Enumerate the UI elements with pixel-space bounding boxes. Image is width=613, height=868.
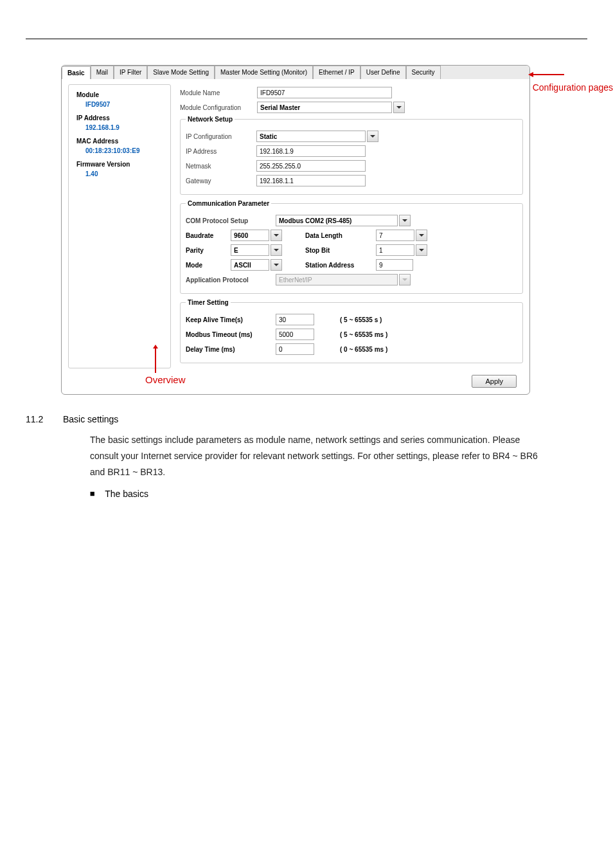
parity-select[interactable] — [231, 244, 269, 256]
baudrate-dropdown[interactable] — [271, 230, 282, 241]
tab-slave-mode[interactable]: Slave Mode Setting — [147, 66, 215, 79]
overview-sidebar: Module IFD9507 IP Address 192.168.1.9 MA… — [68, 84, 171, 368]
ip-address-input[interactable] — [256, 145, 366, 157]
delay-time-input[interactable] — [276, 343, 314, 355]
parity-label: Parity — [186, 247, 231, 254]
chevron-down-icon — [274, 264, 279, 266]
com-protocol-label: COM Protocol Setup — [186, 217, 276, 224]
ip-config-dropdown[interactable] — [367, 131, 378, 142]
module-config-label: Module Configuration — [180, 104, 257, 111]
com-protocol-dropdown[interactable] — [399, 215, 411, 226]
data-length-select[interactable] — [376, 230, 414, 241]
modbus-timeout-input[interactable] — [276, 329, 314, 340]
timer-legend: Timer Setting — [186, 299, 231, 306]
overview-ip-label: IP Address — [76, 114, 163, 122]
mode-select[interactable] — [231, 259, 269, 271]
application-protocol-label: Application Protocol — [186, 276, 276, 284]
keep-alive-input[interactable] — [276, 314, 314, 325]
basic-settings-window: Configuration pages Basic Mail IP Filter… — [61, 65, 530, 395]
data-length-dropdown[interactable] — [416, 230, 427, 241]
parity-dropdown[interactable] — [271, 244, 282, 256]
com-protocol-select[interactable] — [276, 215, 398, 226]
tab-master-mode[interactable]: Master Mode Setting (Monitor) — [215, 66, 313, 79]
tab-user-define[interactable]: User Define — [360, 66, 406, 79]
keep-alive-label: Keep Alive Time(s) — [186, 316, 276, 323]
application-protocol-dropdown — [399, 274, 411, 285]
chevron-down-icon — [274, 234, 279, 237]
comm-legend: Communication Parameter — [186, 200, 271, 207]
overview-mac-label: MAC Address — [76, 138, 163, 145]
delay-time-range: ( 0 ~ 65535 ms ) — [340, 346, 387, 353]
mode-dropdown[interactable] — [271, 259, 282, 271]
modbus-timeout-label: Modbus Timeout (ms) — [186, 331, 276, 338]
bullet-basics: The basics — [105, 489, 148, 499]
mode-label: Mode — [186, 262, 231, 269]
data-length-label: Data Length — [305, 232, 376, 239]
network-legend: Network Setup — [186, 116, 235, 123]
stop-bit-dropdown[interactable] — [416, 244, 427, 256]
chevron-down-icon — [419, 234, 424, 237]
tab-security[interactable]: Security — [406, 66, 441, 79]
tab-ethernet-ip[interactable]: Ethernet / IP — [313, 66, 360, 79]
annotation-arrow-overview — [155, 348, 156, 373]
chevron-down-icon — [402, 278, 407, 281]
gateway-label: Gateway — [186, 177, 256, 185]
chevron-down-icon — [370, 135, 375, 138]
chevron-down-icon — [396, 106, 402, 109]
module-config-dropdown[interactable] — [393, 102, 405, 113]
ip-config-label: IP Configuration — [186, 133, 256, 140]
section-text: The basic settings include parameters as… — [90, 432, 549, 481]
station-address-input[interactable] — [376, 259, 413, 271]
application-protocol-select — [276, 274, 398, 285]
gateway-input[interactable] — [256, 175, 366, 186]
config-tabs: Basic Mail IP Filter Slave Mode Setting … — [62, 66, 529, 79]
section-title: Basic settings — [63, 414, 118, 424]
bullet-icon: ■ — [90, 489, 95, 498]
chevron-down-icon — [402, 219, 407, 222]
stop-bit-label: Stop Bit — [305, 247, 376, 254]
ip-config-select[interactable] — [256, 131, 366, 142]
annotation-config-pages: Configuration pages — [533, 82, 613, 93]
tab-mail[interactable]: Mail — [91, 66, 114, 79]
communication-param-group: Communication Parameter COM Protocol Set… — [180, 200, 523, 294]
overview-module-value: IFD9507 — [85, 101, 163, 108]
overview-mac-value: 00:18:23:10:03:E9 — [85, 147, 163, 154]
ip-address-label: IP Address — [186, 148, 256, 155]
timer-setting-group: Timer Setting Keep Alive Time(s) ( 5 ~ 6… — [180, 299, 523, 363]
tab-basic[interactable]: Basic — [62, 66, 91, 80]
annotation-overview: Overview — [145, 374, 186, 385]
module-name-label: Module Name — [180, 89, 257, 96]
tab-ip-filter[interactable]: IP Filter — [114, 66, 147, 79]
station-address-label: Station Address — [305, 262, 376, 269]
netmask-label: Netmask — [186, 163, 256, 170]
annotation-arrow-config — [528, 72, 533, 77]
overview-fw-label: Firmware Version — [76, 161, 163, 168]
section-number: 11.2 — [26, 414, 63, 424]
chevron-down-icon — [419, 249, 424, 251]
overview-ip-value: 192.168.1.9 — [85, 124, 163, 131]
module-config-select[interactable] — [257, 102, 392, 113]
overview-module-label: Module — [76, 91, 163, 98]
keep-alive-range: ( 5 ~ 65535 s ) — [340, 316, 382, 323]
chevron-down-icon — [274, 249, 279, 251]
netmask-input[interactable] — [256, 160, 366, 172]
module-name-input[interactable] — [257, 87, 392, 98]
apply-button[interactable]: Apply — [472, 375, 517, 388]
modbus-timeout-range: ( 5 ~ 65535 ms ) — [340, 331, 387, 338]
baudrate-label: Baudrate — [186, 232, 231, 239]
stop-bit-select[interactable] — [376, 244, 414, 256]
baudrate-select[interactable] — [231, 230, 269, 241]
overview-fw-value: 1.40 — [85, 170, 163, 177]
delay-time-label: Delay Time (ms) — [186, 346, 276, 353]
network-setup-group: Network Setup IP Configuration IP Addres… — [180, 116, 523, 195]
